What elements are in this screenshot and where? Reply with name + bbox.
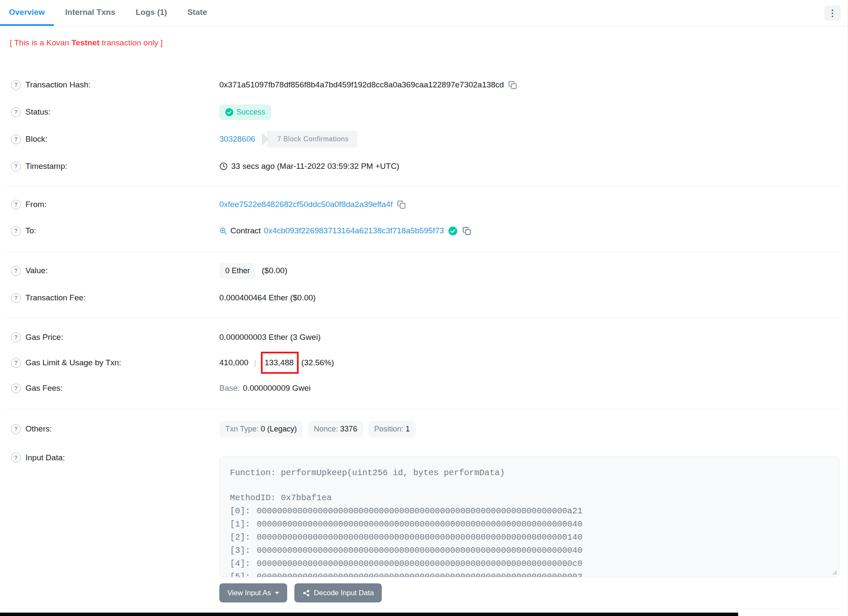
- annotation-highlight-box: 133,488: [261, 352, 299, 374]
- copy-icon[interactable]: [397, 200, 406, 209]
- input-methodid-line: MethodID: 0x7bbaf1ea: [230, 491, 829, 504]
- tab-bar: Overview Internal Txns Logs (1) State ⋮: [0, 0, 848, 26]
- section-overview-top: ? Transaction Hash: 0x371a51097fb78df856…: [0, 62, 848, 186]
- value-ether-badge: 0 Ether: [219, 263, 256, 279]
- transaction-hash-label: Transaction Hash:: [25, 80, 90, 90]
- row-others: ? Others: Txn Type: 0 (Legacy) Nonce: 33…: [0, 415, 848, 442]
- warning-text: [ This is a Kovan: [10, 38, 69, 47]
- row-gas-fees: ? Gas Fees: Base: 0.000000009 Gwei: [0, 375, 848, 401]
- input-data-label: Input Data:: [25, 453, 65, 462]
- section-value-fee: ? Value: 0 Ether ($0.00) ? Transaction F…: [0, 252, 848, 318]
- gas-fees-label: Gas Fees:: [25, 384, 63, 393]
- warning-text-2: transaction only ]: [102, 38, 163, 47]
- clock-icon: [219, 162, 228, 171]
- section-addresses: ? From: 0xfee7522e8482682cf50ddc50a0f8da…: [0, 186, 848, 252]
- help-icon[interactable]: ?: [11, 200, 21, 210]
- decode-icon: [302, 589, 310, 597]
- view-input-as-button[interactable]: View Input As: [219, 583, 287, 602]
- help-icon[interactable]: ?: [11, 453, 21, 462]
- help-icon[interactable]: ?: [11, 162, 21, 171]
- row-to: ? To: Contract 0x4cb093f226983713164a621…: [0, 218, 848, 244]
- timestamp-value: 33 secs ago (Mar-11-2022 03:59:32 PM +UT…: [231, 162, 399, 171]
- success-check-icon: [225, 108, 233, 116]
- gas-limit-value: 410,000: [219, 358, 249, 367]
- decode-input-data-label: Decode Input Data: [314, 589, 374, 597]
- transaction-hash-value: 0x371a51097fb78df856f8b4a7bd459f192d8cc8…: [219, 80, 504, 90]
- gas-limit-label: Gas Limit & Usage by Txn:: [25, 358, 121, 367]
- txn-type-badge: Txn Type: 0 (Legacy): [219, 421, 303, 437]
- input-data-textarea[interactable]: Function: performUpkeep(uint256 id, byte…: [219, 456, 840, 577]
- zoom-in-icon[interactable]: [219, 227, 227, 235]
- nonce-value: 3376: [340, 425, 357, 433]
- gas-price-label: Gas Price:: [25, 333, 63, 342]
- row-gas-price: ? Gas Price: 0.000000003 Ether (3 Gwei): [0, 325, 848, 350]
- copy-icon[interactable]: [462, 227, 471, 235]
- position-label: Position:: [374, 425, 403, 433]
- gas-price-value: 0.000000003 Ether (3 Gwei): [219, 333, 321, 342]
- tab-internal-txns[interactable]: Internal Txns: [56, 0, 124, 26]
- input-word-row: [4]:000000000000000000000000000000000000…: [230, 557, 829, 570]
- help-icon[interactable]: ?: [11, 333, 21, 342]
- position-value: 1: [406, 425, 410, 433]
- timestamp-label: Timestamp:: [25, 162, 67, 171]
- caret-down-icon: [275, 592, 279, 594]
- section-gas: ? Gas Price: 0.000000003 Ether (3 Gwei) …: [0, 319, 848, 409]
- input-word-row: [2]:000000000000000000000000000000000000…: [230, 531, 829, 544]
- help-icon[interactable]: ?: [11, 424, 21, 434]
- gas-fees-base-value: 0.000000009 Gwei: [243, 384, 311, 393]
- txn-type-label: Txn Type:: [225, 425, 259, 433]
- status-label: Status:: [25, 107, 50, 117]
- more-options-button[interactable]: ⋮: [824, 6, 841, 21]
- block-label: Block:: [25, 134, 48, 144]
- input-word-row: [3]:000000000000000000000000000000000000…: [230, 544, 829, 557]
- decode-input-data-button[interactable]: Decode Input Data: [294, 583, 382, 602]
- tab-state[interactable]: State: [179, 0, 216, 26]
- status-badge-text: Success: [236, 108, 265, 117]
- to-contract-word: Contract: [230, 226, 261, 235]
- section-others-input: ? Others: Txn Type: 0 (Legacy) Nonce: 33…: [0, 409, 848, 609]
- verified-check-icon: [448, 227, 457, 235]
- help-icon[interactable]: ?: [11, 80, 21, 90]
- block-number-link[interactable]: 30328606: [219, 134, 255, 144]
- row-transaction-hash: ? Transaction Hash: 0x371a51097fb78df856…: [0, 71, 848, 98]
- input-word-row: [1]:000000000000000000000000000000000000…: [230, 518, 829, 531]
- gas-usage-value: 133,488: [265, 358, 294, 367]
- txn-type-value: 0 (Legacy): [261, 425, 297, 433]
- transaction-fee-value: 0.000400464 Ether ($0.00): [219, 293, 316, 302]
- row-timestamp: ? Timestamp: 33 secs ago (Mar-11-2022 03…: [0, 153, 848, 180]
- help-icon[interactable]: ?: [11, 266, 21, 276]
- from-label: From:: [25, 200, 47, 209]
- help-icon[interactable]: ?: [11, 134, 21, 144]
- gas-limit-separator: |: [254, 358, 256, 367]
- tabs: Overview Internal Txns Logs (1) State: [0, 0, 218, 26]
- help-icon[interactable]: ?: [11, 358, 21, 368]
- from-address-link[interactable]: 0xfee7522e8482682cf50ddc50a0f8da2a39effa…: [219, 200, 393, 209]
- nonce-badge: Nonce: 3376: [308, 421, 363, 437]
- block-confirmations-badge: 7 Block Confirmations: [267, 131, 357, 148]
- to-address-link[interactable]: 0x4cb093f226983713164a62138c3f718a5b595f…: [264, 226, 444, 235]
- warning-bold: Testnet: [71, 38, 99, 47]
- gas-fees-base-label: Base:: [219, 384, 240, 393]
- transaction-detail-page: Overview Internal Txns Logs (1) State ⋮ …: [0, 0, 848, 616]
- row-input-data: ? Input Data: Function: performUpkeep(ui…: [0, 442, 848, 602]
- help-icon[interactable]: ?: [11, 226, 21, 236]
- input-function-line: Function: performUpkeep(uint256 id, byte…: [230, 466, 829, 479]
- status-badge: Success: [219, 104, 271, 120]
- kebab-icon: ⋮: [828, 8, 837, 18]
- tab-logs[interactable]: Logs (1): [127, 0, 176, 26]
- others-label: Others:: [25, 424, 52, 434]
- help-icon[interactable]: ?: [11, 107, 21, 117]
- input-word-row: [0]:000000000000000000000000000000000000…: [230, 504, 829, 518]
- resize-handle-icon[interactable]: [831, 569, 837, 575]
- help-icon[interactable]: ?: [11, 384, 21, 393]
- input-data-actions: View Input As Decode Input Data: [219, 583, 840, 602]
- input-word-row: [5]:000000000000000000000000000000000000…: [230, 570, 829, 577]
- help-icon[interactable]: ?: [11, 293, 21, 303]
- gas-usage-percent: (32.56%): [301, 358, 334, 367]
- tab-overview[interactable]: Overview: [0, 0, 54, 26]
- copy-icon[interactable]: [508, 81, 517, 90]
- row-block: ? Block: 30328606 7 Block Confirmations: [0, 126, 848, 153]
- position-badge: Position: 1: [368, 421, 416, 437]
- to-label: To:: [25, 226, 36, 235]
- transaction-fee-label: Transaction Fee:: [25, 293, 86, 302]
